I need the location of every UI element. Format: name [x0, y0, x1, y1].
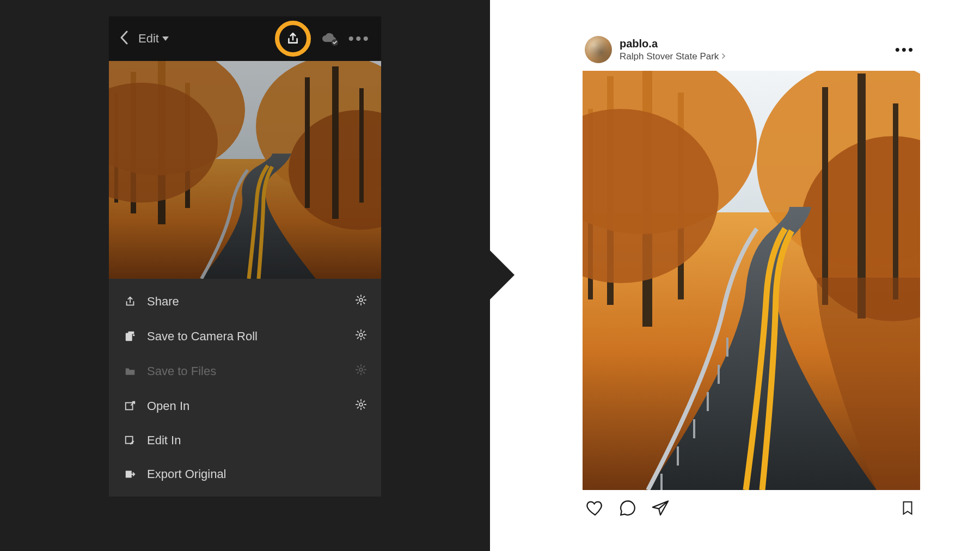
- svg-rect-38: [893, 103, 898, 299]
- edit-in-icon: [123, 434, 137, 446]
- menu-item-open-in[interactable]: Open In: [109, 389, 381, 424]
- menu-item-share[interactable]: Share: [109, 284, 381, 319]
- svg-rect-25: [126, 471, 132, 478]
- transition-arrow-icon: [490, 250, 514, 299]
- caret-down-icon: [162, 36, 169, 41]
- share-icon: [286, 32, 300, 46]
- cloud-sync-icon[interactable]: [321, 32, 338, 45]
- location-text: Ralph Stover State Park: [620, 51, 719, 62]
- svg-rect-19: [133, 334, 134, 336]
- share-icon: [123, 296, 137, 308]
- svg-rect-36: [822, 87, 828, 305]
- menu-label: Export Original: [147, 467, 367, 481]
- username: pablo.a: [620, 37, 887, 51]
- send-button[interactable]: [651, 499, 670, 517]
- gear-icon: [355, 364, 367, 379]
- export-original-icon: [123, 468, 137, 480]
- menu-label: Edit In: [147, 433, 367, 448]
- menu-item-export-original[interactable]: Export Original: [109, 457, 381, 491]
- menu-item-edit-in[interactable]: Edit In: [109, 424, 381, 457]
- menu-item-save-files: Save to Files: [109, 354, 381, 389]
- gear-icon[interactable]: [355, 329, 367, 344]
- svg-point-20: [359, 333, 363, 336]
- gear-icon[interactable]: [355, 294, 367, 309]
- open-in-icon: [123, 400, 137, 412]
- like-button[interactable]: [586, 499, 604, 517]
- chevron-right-icon: [721, 52, 726, 62]
- photo-preview[interactable]: [109, 61, 381, 279]
- post-header-text[interactable]: pablo.a Ralph Stover State Park: [620, 37, 887, 62]
- folder-icon: [123, 365, 137, 377]
- instagram-post: pablo.a Ralph Stover State Park •••: [583, 33, 920, 517]
- instagram-panel: pablo.a Ralph Stover State Park •••: [490, 0, 980, 551]
- avatar[interactable]: [585, 36, 612, 63]
- edit-dropdown[interactable]: Edit: [138, 32, 169, 46]
- svg-rect-15: [109, 61, 381, 279]
- menu-label: Share: [147, 295, 345, 309]
- post-header: pablo.a Ralph Stover State Park •••: [583, 33, 920, 71]
- menu-label: Save to Camera Roll: [147, 329, 345, 344]
- menu-label: Save to Files: [147, 364, 345, 378]
- location: Ralph Stover State Park: [620, 51, 887, 62]
- lightroom-phone: Edit •••: [109, 16, 381, 497]
- svg-point-23: [359, 403, 363, 406]
- svg-rect-22: [126, 403, 133, 410]
- svg-point-21: [359, 368, 363, 371]
- svg-point-16: [359, 298, 363, 302]
- more-button[interactable]: •••: [348, 30, 370, 47]
- back-button[interactable]: [120, 30, 128, 47]
- menu-label: Open In: [147, 399, 345, 413]
- camera-roll-icon: [123, 330, 137, 342]
- gear-icon[interactable]: [355, 399, 367, 414]
- lightroom-panel: Edit •••: [0, 0, 490, 551]
- share-menu: Share Save to Camera Roll Save to File: [109, 279, 381, 497]
- comment-button[interactable]: [618, 499, 637, 517]
- post-more-button[interactable]: •••: [895, 41, 918, 58]
- bookmark-button[interactable]: [898, 499, 917, 517]
- edit-label: Edit: [138, 32, 159, 46]
- svg-rect-17: [126, 333, 132, 341]
- post-actions: [583, 490, 920, 517]
- share-button[interactable]: [275, 21, 311, 57]
- svg-marker-0: [162, 36, 169, 41]
- lightroom-topbar: Edit •••: [109, 16, 381, 61]
- post-photo[interactable]: [583, 71, 920, 490]
- svg-rect-18: [128, 332, 134, 334]
- menu-item-save-camera-roll[interactable]: Save to Camera Roll: [109, 319, 381, 354]
